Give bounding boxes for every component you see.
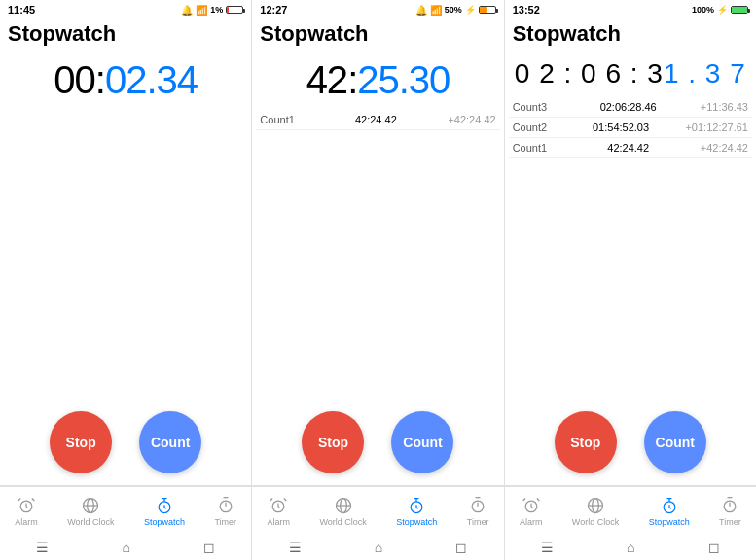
alarm-icon	[16, 495, 37, 516]
lap-row: Count1 42:24.42 +42:24.42	[256, 110, 499, 130]
home-indicator-bar: ☰ ⌂ ◻ ☰ ⌂ ◻ ☰ ⌂ ◻	[0, 535, 756, 560]
home-icon-2[interactable]: ⌂	[375, 540, 382, 555]
battery-bar-3	[731, 6, 748, 14]
tab-label-worldclock-1: World Clock	[67, 517, 114, 527]
hamburger-icon-1[interactable]: ☰	[36, 540, 49, 555]
laps-list-2: Count1 42:24.42 +42:24.42	[252, 110, 503, 396]
lap-diff-3-3: +42:24.42	[701, 142, 748, 154]
lap-time-3-2: 01:54:52.03	[593, 122, 649, 133]
wifi-icon-1: 📶	[196, 5, 207, 16]
square-icon-2[interactable]: ◻	[455, 540, 467, 555]
worldclock-icon	[80, 495, 101, 516]
lap-name-3-3: Count1	[513, 142, 557, 154]
home-icon-3[interactable]: ⌂	[627, 540, 634, 555]
timer-icon-2	[467, 495, 488, 516]
timer-part1-2: 42	[306, 58, 348, 102]
count-button-1[interactable]: Count	[139, 411, 201, 473]
lap-time: 42:24.42	[355, 114, 397, 125]
tab-label-worldclock-3: World Clock	[572, 517, 619, 527]
bell-icon-2: 🔔	[415, 5, 427, 16]
tab-section-1: Alarm World Clock Stopwatch	[0, 487, 252, 535]
time-3: 13:52	[513, 4, 540, 16]
tab-label-alarm-1: Alarm	[15, 517, 38, 527]
lap-time-3-3: 42:24.42	[607, 142, 649, 154]
battery-bar-1	[226, 6, 243, 14]
tab-label-timer-3: Timer	[719, 517, 741, 527]
time-1: 11:45	[8, 4, 35, 16]
timer-part2-2: 25.30	[357, 58, 450, 102]
home-icon-1[interactable]: ⌂	[122, 540, 129, 555]
tab-label-timer-1: Timer	[214, 517, 236, 527]
tab-worldclock-3[interactable]: World Clock	[568, 491, 623, 531]
hamburger-icon-3[interactable]: ☰	[541, 540, 554, 555]
tab-label-alarm-3: Alarm	[520, 517, 543, 527]
laps-list-3: Count3 02:06:28.46 +11:36.43 Count2 01:5…	[505, 97, 756, 396]
status-bar-2: 12:27 🔔 📶 50% ⚡	[252, 0, 503, 19]
tab-alarm-2[interactable]: Alarm	[264, 491, 295, 531]
tab-label-alarm-2: Alarm	[268, 517, 291, 527]
tab-timer-1[interactable]: Timer	[210, 491, 240, 531]
worldclock-icon-2	[333, 495, 354, 516]
tab-label-timer-2: Timer	[467, 517, 489, 527]
home-section-3: ☰ ⌂ ◻	[505, 535, 756, 560]
tab-section-3: Alarm World Clock Stopwatch	[505, 487, 756, 535]
lap-name-3-2: Count2	[513, 122, 557, 133]
alarm-icon-2	[268, 495, 289, 516]
stop-button-1[interactable]: Stop	[50, 411, 112, 473]
buttons-row-3: Stop Count	[505, 396, 756, 485]
count-button-2[interactable]: Count	[391, 411, 453, 473]
timer-p1-3: 0 2 : 0 6 : 3	[515, 58, 664, 89]
battery-text-3: 100%	[692, 5, 714, 15]
hamburger-icon-2[interactable]: ☰	[289, 540, 302, 555]
bolt-icon-3: ⚡	[717, 5, 728, 15]
lap-diff-3-1: +11:36.43	[701, 101, 748, 113]
battery-text-2: 50%	[445, 5, 462, 15]
timer-display-1: 00 : 02.34	[0, 51, 251, 110]
battery-text-1: 1%	[210, 5, 223, 15]
tab-label-worldclock-2: World Clock	[320, 517, 367, 527]
lap-row-3-1: Count3 02:06:28.46 +11:36.43	[509, 97, 752, 118]
home-section-1: ☰ ⌂ ◻	[0, 535, 252, 560]
stopwatch-icon-1	[154, 495, 175, 516]
stop-button-3[interactable]: Stop	[555, 411, 617, 473]
timer-p2-3: 1 . 3 7	[664, 58, 746, 89]
lap-name: Count1	[260, 114, 304, 125]
square-icon-3[interactable]: ◻	[708, 540, 720, 555]
alarm-icon-3	[521, 495, 542, 516]
worldclock-icon-3	[585, 495, 606, 516]
wifi-icon-2: 📶	[430, 5, 442, 16]
tab-worldclock-1[interactable]: World Clock	[63, 491, 118, 531]
timer-colon-1: :	[95, 58, 105, 102]
tab-section-2: Alarm World Clock Stopwatch	[252, 487, 504, 535]
lap-name-3-1: Count3	[513, 101, 557, 113]
status-bar-3: 13:52 100% ⚡	[505, 0, 756, 19]
tab-label-stopwatch-2: Stopwatch	[396, 517, 437, 527]
tab-stopwatch-2[interactable]: Stopwatch	[392, 491, 441, 531]
tab-bar: Alarm World Clock Stopwatch	[0, 486, 756, 535]
tab-stopwatch-1[interactable]: Stopwatch	[140, 491, 189, 531]
app-title-2: Stopwatch	[252, 19, 503, 51]
tab-label-stopwatch-1: Stopwatch	[144, 517, 185, 527]
tab-alarm-1[interactable]: Alarm	[11, 491, 42, 531]
lap-diff: +42:24.42	[448, 114, 495, 125]
stopwatch-icon-3	[659, 495, 680, 516]
square-icon-1[interactable]: ◻	[203, 540, 215, 555]
status-bar-1: 11:45 🔔 📶 1%	[0, 0, 251, 19]
tab-label-stopwatch-3: Stopwatch	[649, 517, 690, 527]
timer-icon-1	[215, 495, 236, 516]
buttons-row-2: Stop Count	[252, 396, 503, 485]
panel-3: 13:52 100% ⚡ Stopwatch 0 2 : 0 6 : 3 1 .…	[505, 0, 756, 485]
tab-timer-3[interactable]: Timer	[715, 491, 745, 531]
tab-timer-2[interactable]: Timer	[463, 491, 493, 531]
panel-1: 11:45 🔔 📶 1% Stopwatch 00 : 02.34 Stop C…	[0, 0, 252, 485]
bolt-icon-2: ⚡	[465, 5, 476, 15]
tab-stopwatch-3[interactable]: Stopwatch	[645, 491, 694, 531]
laps-list-1	[0, 110, 251, 396]
timer-colon-2: :	[347, 58, 357, 102]
tab-alarm-3[interactable]: Alarm	[516, 491, 547, 531]
app-title-1: Stopwatch	[0, 19, 251, 51]
stop-button-2[interactable]: Stop	[302, 411, 364, 473]
tab-worldclock-2[interactable]: World Clock	[316, 491, 371, 531]
lap-time-3-1: 02:06:28.46	[600, 101, 657, 113]
count-button-3[interactable]: Count	[644, 411, 706, 473]
